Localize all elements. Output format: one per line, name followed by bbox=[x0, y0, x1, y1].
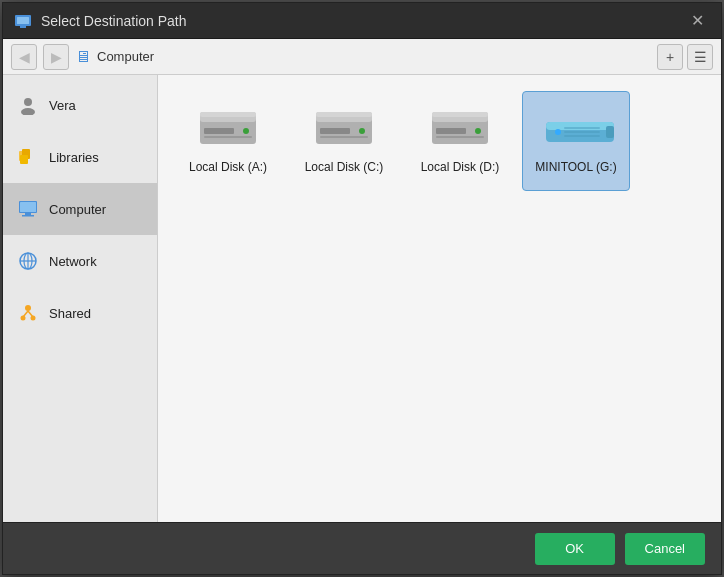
svg-rect-11 bbox=[22, 215, 34, 217]
svg-rect-23 bbox=[200, 112, 256, 117]
sidebar-shared-label: Shared bbox=[49, 306, 91, 321]
svg-rect-26 bbox=[204, 136, 252, 138]
drive-a-icon bbox=[196, 108, 260, 152]
back-button[interactable]: ◀ bbox=[11, 44, 37, 70]
drive-g-icon bbox=[544, 108, 608, 152]
drive-a-label: Local Disk (A:) bbox=[189, 160, 267, 174]
network-icon bbox=[17, 250, 39, 272]
dialog: Select Destination Path ✕ ◀ ▶ 🖥 Computer… bbox=[2, 2, 722, 575]
new-folder-button[interactable]: + bbox=[657, 44, 683, 70]
dialog-title: Select Destination Path bbox=[41, 13, 683, 29]
close-button[interactable]: ✕ bbox=[683, 7, 711, 35]
path-bar: 🖥 Computer bbox=[75, 48, 651, 66]
drive-d-icon bbox=[428, 108, 492, 152]
svg-rect-1 bbox=[17, 17, 29, 24]
view-toggle-button[interactable]: ☰ bbox=[687, 44, 713, 70]
svg-rect-32 bbox=[320, 136, 368, 138]
path-icon: 🖥 bbox=[75, 48, 91, 66]
cancel-button[interactable]: Cancel bbox=[625, 533, 705, 565]
svg-point-20 bbox=[31, 316, 36, 321]
user-icon bbox=[17, 94, 39, 116]
drive-c-label: Local Disk (C:) bbox=[305, 160, 384, 174]
sidebar-item-libraries[interactable]: Libraries bbox=[3, 131, 157, 183]
svg-rect-45 bbox=[564, 135, 600, 137]
sidebar-libraries-label: Libraries bbox=[49, 150, 99, 165]
libraries-icon bbox=[17, 146, 39, 168]
sidebar-computer-label: Computer bbox=[49, 202, 106, 217]
svg-rect-29 bbox=[316, 112, 372, 117]
svg-rect-38 bbox=[436, 136, 484, 138]
forward-button[interactable]: ▶ bbox=[43, 44, 69, 70]
drive-g[interactable]: MINITOOL (G:) bbox=[522, 91, 630, 191]
svg-point-16 bbox=[25, 305, 31, 311]
drive-d-label: Local Disk (D:) bbox=[421, 160, 500, 174]
svg-rect-36 bbox=[436, 128, 466, 134]
svg-rect-10 bbox=[25, 213, 31, 215]
svg-rect-7 bbox=[20, 155, 28, 164]
drive-d[interactable]: Local Disk (D:) bbox=[406, 91, 514, 191]
path-label: Computer bbox=[97, 49, 154, 64]
main-content: Vera Libraries bbox=[3, 75, 721, 522]
sidebar-network-label: Network bbox=[49, 254, 97, 269]
computer-icon bbox=[17, 198, 39, 220]
file-area: Local Disk (A:) Local Disk (C:) bbox=[158, 75, 721, 522]
svg-rect-41 bbox=[606, 126, 614, 138]
svg-point-25 bbox=[243, 128, 249, 134]
svg-rect-24 bbox=[204, 128, 234, 134]
svg-rect-44 bbox=[564, 131, 600, 133]
shared-icon bbox=[17, 302, 39, 324]
toolbar: ◀ ▶ 🖥 Computer + ☰ bbox=[3, 39, 721, 75]
sidebar-item-shared[interactable]: Shared bbox=[3, 287, 157, 339]
svg-point-19 bbox=[21, 316, 26, 321]
svg-rect-35 bbox=[432, 112, 488, 117]
svg-rect-9 bbox=[20, 202, 36, 212]
svg-rect-30 bbox=[320, 128, 350, 134]
svg-point-3 bbox=[24, 98, 32, 106]
svg-rect-43 bbox=[564, 127, 600, 129]
drive-a[interactable]: Local Disk (A:) bbox=[174, 91, 282, 191]
svg-rect-2 bbox=[20, 26, 26, 28]
sidebar-item-computer[interactable]: Computer bbox=[3, 183, 157, 235]
svg-point-42 bbox=[555, 129, 561, 135]
title-icon bbox=[13, 11, 33, 31]
sidebar-item-network[interactable]: Network bbox=[3, 235, 157, 287]
title-bar: Select Destination Path ✕ bbox=[3, 3, 721, 39]
sidebar: Vera Libraries bbox=[3, 75, 158, 522]
svg-point-31 bbox=[359, 128, 365, 134]
svg-point-4 bbox=[21, 108, 35, 115]
drive-c-icon bbox=[312, 108, 376, 152]
drive-g-label: MINITOOL (G:) bbox=[535, 160, 616, 174]
sidebar-item-vera[interactable]: Vera bbox=[3, 79, 157, 131]
sidebar-vera-label: Vera bbox=[49, 98, 76, 113]
ok-button[interactable]: OK bbox=[535, 533, 615, 565]
footer: OK Cancel bbox=[3, 522, 721, 574]
toolbar-actions: + ☰ bbox=[657, 44, 713, 70]
svg-point-37 bbox=[475, 128, 481, 134]
drive-c[interactable]: Local Disk (C:) bbox=[290, 91, 398, 191]
